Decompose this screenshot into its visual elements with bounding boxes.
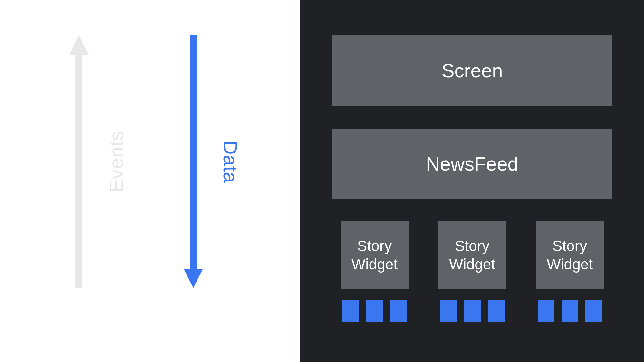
data-arrow-group: Data: [184, 35, 242, 288]
story-widget-box: Story Widget: [536, 221, 604, 289]
data-label: Data: [219, 140, 242, 183]
blue-square: [440, 300, 457, 322]
blue-square: [342, 300, 359, 322]
svg-marker-3: [184, 269, 203, 288]
blue-square: [562, 300, 578, 322]
events-arrow-group: Events: [69, 35, 128, 288]
story-widget-label: Story Widget: [547, 237, 593, 274]
blue-square: [538, 300, 554, 322]
widget-column: Story Widget: [430, 221, 514, 322]
blue-square: [390, 300, 407, 322]
svg-rect-2: [190, 35, 197, 269]
screen-box: Screen: [332, 35, 612, 106]
newsfeed-box-label: NewsFeed: [426, 153, 518, 175]
arrow-up-icon: [69, 35, 89, 288]
newsfeed-box: NewsFeed: [332, 129, 612, 199]
story-widget-box: Story Widget: [341, 221, 409, 289]
blue-squares-group: [538, 300, 602, 322]
widgets-row: Story Widget Story Widget Story Widget: [332, 221, 612, 322]
story-widget-label: Story Widget: [449, 237, 495, 274]
blue-squares-group: [342, 300, 407, 322]
story-widget-label: Story Widget: [351, 237, 398, 274]
left-panel: Events Data: [0, 0, 300, 362]
svg-rect-1: [75, 54, 82, 288]
story-widget-box: Story Widget: [438, 221, 506, 289]
events-label: Events: [105, 131, 128, 193]
screen-box-label: Screen: [441, 60, 503, 82]
blue-square: [464, 300, 481, 322]
widget-column: Story Widget: [528, 221, 612, 322]
blue-square: [488, 300, 505, 322]
blue-square: [366, 300, 383, 322]
blue-squares-group: [440, 300, 505, 322]
svg-marker-0: [69, 35, 89, 55]
right-panel: Screen NewsFeed Story Widget Story Widge…: [300, 0, 644, 362]
widget-column: Story Widget: [332, 221, 417, 322]
arrow-down-icon: [184, 35, 203, 288]
blue-square: [585, 300, 602, 322]
